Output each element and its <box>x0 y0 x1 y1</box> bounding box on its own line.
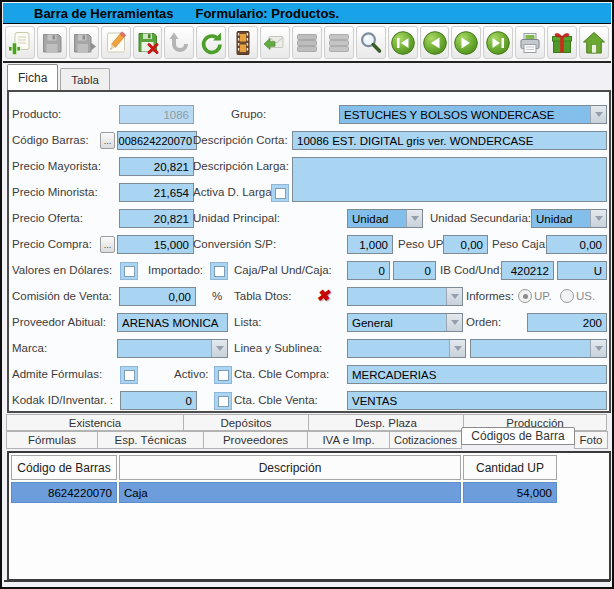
next-record-button[interactable] <box>451 26 481 59</box>
descripcion-corta-label: Descripción Corta: <box>193 134 288 146</box>
ib-cod-und-field-2[interactable]: U <box>557 261 607 280</box>
save-button[interactable] <box>37 26 67 59</box>
list-1-button[interactable] <box>292 26 322 59</box>
marca-dropdown-arrow-icon[interactable] <box>211 340 227 357</box>
informes-up-radio[interactable] <box>518 289 532 303</box>
lista-dropdown-arrow-icon[interactable] <box>446 314 462 331</box>
precio-mayorista-label: Precio Mayorista: <box>12 160 101 172</box>
kodak-id-field[interactable]: 0 <box>120 391 197 410</box>
print-button[interactable] <box>515 26 545 59</box>
cancel-save-button[interactable] <box>133 26 163 59</box>
conversion-sp-field[interactable]: 1,000 <box>347 235 393 254</box>
codigo-barras-browse-button[interactable]: ... <box>100 132 115 149</box>
unidad-principal-combo[interactable]: Unidad <box>347 209 423 228</box>
table-row-cell-cantidad[interactable]: 54,000 <box>463 482 557 503</box>
tab-desp-plaza[interactable]: Desp. Plaza <box>308 414 464 431</box>
orden-field[interactable]: 200 <box>527 313 607 332</box>
tab-iva-e-imp[interactable]: IVA e Imp. <box>307 431 390 449</box>
informes-us-radio[interactable] <box>560 289 574 303</box>
edit-button[interactable] <box>101 26 131 59</box>
unidad-secundaria-dropdown-arrow-icon[interactable] <box>590 210 606 227</box>
sub-tab-strip: Existencia Depósitos Desp. Plaza Producc… <box>7 414 611 450</box>
list-2-button[interactable] <box>324 26 354 59</box>
linea-combo[interactable] <box>347 339 466 358</box>
producto-label: Producto: <box>12 108 61 120</box>
precio-minorista-label: Precio Minorista: <box>12 186 98 198</box>
comision-venta-field[interactable]: 0,00 <box>119 287 196 306</box>
descripcion-larga-field[interactable] <box>292 157 607 202</box>
sublinea-value <box>471 340 590 357</box>
peso-up-field[interactable]: 0,00 <box>443 235 488 254</box>
caja-pal-field-2[interactable]: 0 <box>393 261 436 280</box>
add-record-button[interactable] <box>5 26 35 59</box>
linea-dropdown-arrow-icon[interactable] <box>449 340 465 357</box>
descripcion-corta-field[interactable]: 10086 EST. DIGITAL gris ver. WONDERCASE <box>292 131 607 150</box>
informes-us-label: US. <box>576 290 595 302</box>
unidad-secundaria-combo[interactable]: Unidad <box>531 209 607 228</box>
grupo-value: ESTUCHES Y BOLSOS WONDERCASE <box>340 106 590 123</box>
video-button[interactable] <box>228 26 258 59</box>
sublinea-dropdown-arrow-icon[interactable] <box>590 340 606 357</box>
grupo-dropdown-arrow-icon[interactable] <box>590 106 606 123</box>
activa-d-larga-checkbox[interactable] <box>271 184 289 202</box>
marca-label: Marca: <box>12 342 47 354</box>
table-row-cell-descripcion[interactable]: Caja <box>119 482 461 503</box>
first-record-icon <box>390 30 416 56</box>
last-record-button[interactable] <box>483 26 513 59</box>
codigo-barras-field[interactable]: 1008624220070 <box>117 131 197 150</box>
undo-button[interactable] <box>164 26 194 59</box>
revert-mail-button[interactable] <box>260 26 290 59</box>
precio-oferta-field[interactable]: 20,821 <box>119 209 194 228</box>
form-title: Formulario: Productos. <box>195 6 339 21</box>
proveedor-abitual-field[interactable]: ARENAS MONICA <box>117 313 228 332</box>
tab-existencia[interactable]: Existencia <box>6 414 184 431</box>
importado-checkbox[interactable] <box>210 262 228 280</box>
precio-compra-field[interactable]: 15,000 <box>117 235 194 254</box>
first-record-button[interactable] <box>388 26 418 59</box>
save-all-button[interactable] <box>69 26 99 59</box>
table-row-cell-codigo[interactable]: 8624220070 <box>11 482 117 503</box>
cta-cble-venta-label: Cta. Cble Venta: <box>234 394 318 406</box>
refresh-button[interactable] <box>196 26 226 59</box>
caja-pal-field-1[interactable]: 0 <box>347 261 390 280</box>
unidad-principal-dropdown-arrow-icon[interactable] <box>406 210 422 227</box>
tabla-dtos-combo[interactable] <box>347 287 463 306</box>
precio-mayorista-field[interactable]: 20,821 <box>119 157 194 176</box>
tab-esp-tecnicas[interactable]: Esp. Técnicas <box>97 431 204 449</box>
tab-cotizaciones[interactable]: Cotizaciones <box>389 431 462 449</box>
gift-button[interactable] <box>547 26 577 59</box>
column-header-descripcion[interactable]: Descripción <box>119 455 461 480</box>
informes-up-label: UP. <box>534 290 552 302</box>
tab-formulas[interactable]: Fórmulas <box>6 431 98 449</box>
grupo-combo[interactable]: ESTUCHES Y BOLSOS WONDERCASE <box>339 105 607 124</box>
column-header-codigo-de-barras[interactable]: Código de Barras <box>11 455 117 480</box>
tabla-dtos-dropdown-arrow-icon[interactable] <box>446 288 462 305</box>
tabla-dtos-label: Tabla Dtos: <box>234 290 292 302</box>
peso-caja-field[interactable]: 0,00 <box>546 235 607 254</box>
tab-tabla[interactable]: Tabla <box>60 68 110 90</box>
precio-compra-browse-button[interactable]: ... <box>100 236 115 253</box>
cta-cble-compra-field[interactable]: MERCADERIAS <box>347 365 607 384</box>
lista-combo[interactable]: General <box>347 313 463 332</box>
tabla-dtos-clear-button[interactable]: ✖ <box>312 286 334 305</box>
search-button[interactable] <box>356 26 386 59</box>
tab-codigos-de-barra[interactable]: Códigos de Barra <box>461 427 575 445</box>
previous-record-button[interactable] <box>420 26 450 59</box>
precio-minorista-field[interactable]: 21,654 <box>119 183 194 202</box>
tab-depositos[interactable]: Depósitos <box>183 414 309 431</box>
activo-checkbox[interactable] <box>214 366 232 384</box>
tab-ficha[interactable]: Ficha <box>7 64 58 90</box>
valores-en-dolares-checkbox[interactable] <box>120 262 138 280</box>
admite-formulas-checkbox[interactable] <box>120 366 138 384</box>
tab-proveedores[interactable]: Proveedores <box>203 431 308 449</box>
ib-cod-und-field-1[interactable]: 420212 <box>501 261 554 280</box>
linea-value <box>348 340 449 357</box>
home-button[interactable] <box>579 26 609 59</box>
sublinea-combo[interactable] <box>470 339 607 358</box>
last-record-icon <box>485 30 511 56</box>
tab-foto[interactable]: Foto <box>574 431 608 449</box>
column-header-cantidad-up[interactable]: Cantidad UP <box>463 455 557 480</box>
cta-cble-venta-field[interactable]: VENTAS <box>347 391 607 410</box>
marca-combo[interactable] <box>117 339 228 358</box>
kodak-checkbox[interactable] <box>214 392 232 410</box>
